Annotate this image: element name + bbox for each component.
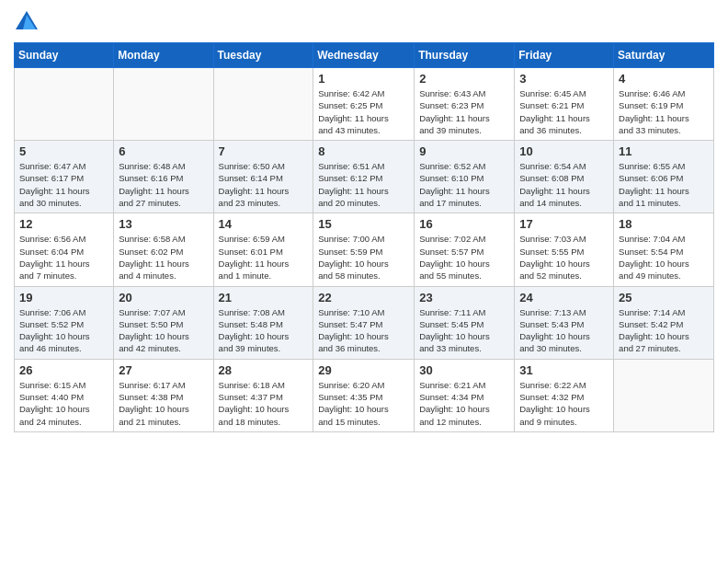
day-info: Sunrise: 6:17 AM Sunset: 4:38 PM Dayligh… — [119, 379, 208, 428]
calendar-cell: 27Sunrise: 6:17 AM Sunset: 4:38 PM Dayli… — [114, 359, 213, 431]
calendar-cell: 6Sunrise: 6:48 AM Sunset: 6:16 PM Daylig… — [114, 141, 213, 213]
day-number: 23 — [419, 291, 509, 304]
calendar-cell: 10Sunrise: 6:54 AM Sunset: 6:08 PM Dayli… — [515, 141, 614, 213]
calendar-cell: 22Sunrise: 7:10 AM Sunset: 5:47 PM Dayli… — [313, 286, 415, 359]
calendar-header-row: SundayMondayTuesdayWednesdayThursdayFrid… — [15, 43, 714, 68]
logo — [14, 9, 43, 35]
calendar-cell — [114, 68, 213, 141]
day-number: 24 — [519, 291, 609, 304]
day-info: Sunrise: 6:15 AM Sunset: 4:40 PM Dayligh… — [19, 379, 108, 428]
day-number: 22 — [318, 291, 409, 304]
calendar-cell: 8Sunrise: 6:51 AM Sunset: 6:12 PM Daylig… — [313, 141, 415, 213]
day-info: Sunrise: 7:03 AM Sunset: 5:55 PM Dayligh… — [519, 233, 609, 282]
day-info: Sunrise: 6:42 AM Sunset: 6:25 PM Dayligh… — [318, 87, 409, 136]
day-number: 18 — [619, 217, 709, 231]
day-number: 4 — [619, 72, 709, 86]
calendar-cell — [15, 68, 114, 141]
calendar-cell: 31Sunrise: 6:22 AM Sunset: 4:32 PM Dayli… — [515, 359, 614, 431]
calendar-cell: 12Sunrise: 6:56 AM Sunset: 6:04 PM Dayli… — [15, 213, 114, 286]
day-number: 8 — [318, 144, 409, 158]
calendar-cell: 18Sunrise: 7:04 AM Sunset: 5:54 PM Dayli… — [614, 213, 714, 286]
calendar-cell: 17Sunrise: 7:03 AM Sunset: 5:55 PM Dayli… — [515, 213, 614, 286]
calendar-header-friday: Friday — [515, 43, 614, 68]
day-number: 19 — [19, 291, 108, 304]
day-info: Sunrise: 6:45 AM Sunset: 6:21 PM Dayligh… — [519, 87, 609, 136]
calendar-cell: 3Sunrise: 6:45 AM Sunset: 6:21 PM Daylig… — [515, 68, 614, 141]
calendar-header-sunday: Sunday — [15, 43, 114, 68]
calendar-cell — [614, 359, 714, 431]
calendar-cell: 1Sunrise: 6:42 AM Sunset: 6:25 PM Daylig… — [313, 68, 415, 141]
calendar-cell: 9Sunrise: 6:52 AM Sunset: 6:10 PM Daylig… — [415, 141, 515, 213]
calendar-cell: 14Sunrise: 6:59 AM Sunset: 6:01 PM Dayli… — [213, 213, 313, 286]
day-info: Sunrise: 7:08 AM Sunset: 5:48 PM Dayligh… — [219, 306, 309, 355]
calendar-cell: 21Sunrise: 7:08 AM Sunset: 5:48 PM Dayli… — [213, 286, 313, 359]
calendar-cell: 24Sunrise: 7:13 AM Sunset: 5:43 PM Dayli… — [515, 286, 614, 359]
calendar-header-thursday: Thursday — [415, 43, 515, 68]
day-number: 29 — [318, 363, 409, 377]
calendar-cell: 13Sunrise: 6:58 AM Sunset: 6:02 PM Dayli… — [114, 213, 213, 286]
calendar-cell: 7Sunrise: 6:50 AM Sunset: 6:14 PM Daylig… — [213, 141, 313, 213]
day-info: Sunrise: 7:06 AM Sunset: 5:52 PM Dayligh… — [19, 306, 108, 355]
day-number: 7 — [219, 144, 309, 158]
day-info: Sunrise: 6:22 AM Sunset: 4:32 PM Dayligh… — [519, 379, 609, 428]
day-number: 21 — [219, 291, 309, 304]
calendar-week-row: 19Sunrise: 7:06 AM Sunset: 5:52 PM Dayli… — [15, 286, 714, 359]
calendar-cell: 5Sunrise: 6:47 AM Sunset: 6:17 PM Daylig… — [15, 141, 114, 213]
day-info: Sunrise: 6:43 AM Sunset: 6:23 PM Dayligh… — [419, 87, 509, 136]
day-info: Sunrise: 6:48 AM Sunset: 6:16 PM Dayligh… — [119, 160, 208, 209]
calendar-week-row: 12Sunrise: 6:56 AM Sunset: 6:04 PM Dayli… — [15, 213, 714, 286]
calendar-cell: 2Sunrise: 6:43 AM Sunset: 6:23 PM Daylig… — [415, 68, 515, 141]
calendar-cell: 11Sunrise: 6:55 AM Sunset: 6:06 PM Dayli… — [614, 141, 714, 213]
day-info: Sunrise: 6:18 AM Sunset: 4:37 PM Dayligh… — [219, 379, 309, 428]
day-number: 16 — [419, 217, 509, 231]
day-info: Sunrise: 7:04 AM Sunset: 5:54 PM Dayligh… — [619, 233, 709, 282]
calendar-cell: 23Sunrise: 7:11 AM Sunset: 5:45 PM Dayli… — [415, 286, 515, 359]
calendar-header-tuesday: Tuesday — [213, 43, 313, 68]
calendar-week-row: 26Sunrise: 6:15 AM Sunset: 4:40 PM Dayli… — [15, 359, 714, 431]
day-number: 14 — [219, 217, 309, 231]
day-number: 6 — [119, 144, 208, 158]
calendar-cell: 28Sunrise: 6:18 AM Sunset: 4:37 PM Dayli… — [213, 359, 313, 431]
day-info: Sunrise: 6:58 AM Sunset: 6:02 PM Dayligh… — [119, 233, 208, 282]
day-info: Sunrise: 7:11 AM Sunset: 5:45 PM Dayligh… — [419, 306, 509, 355]
calendar-cell: 25Sunrise: 7:14 AM Sunset: 5:42 PM Dayli… — [614, 286, 714, 359]
calendar-cell: 20Sunrise: 7:07 AM Sunset: 5:50 PM Dayli… — [114, 286, 213, 359]
day-info: Sunrise: 7:07 AM Sunset: 5:50 PM Dayligh… — [119, 306, 208, 355]
day-number: 2 — [419, 72, 509, 86]
day-number: 3 — [519, 72, 609, 86]
day-number: 26 — [19, 363, 108, 377]
header — [14, 9, 714, 35]
day-info: Sunrise: 7:02 AM Sunset: 5:57 PM Dayligh… — [419, 233, 509, 282]
day-number: 31 — [519, 363, 609, 377]
day-info: Sunrise: 6:51 AM Sunset: 6:12 PM Dayligh… — [318, 160, 409, 209]
day-info: Sunrise: 6:54 AM Sunset: 6:08 PM Dayligh… — [519, 160, 609, 209]
logo-icon — [14, 9, 40, 35]
day-info: Sunrise: 7:00 AM Sunset: 5:59 PM Dayligh… — [318, 233, 409, 282]
day-info: Sunrise: 7:13 AM Sunset: 5:43 PM Dayligh… — [519, 306, 609, 355]
day-info: Sunrise: 6:47 AM Sunset: 6:17 PM Dayligh… — [19, 160, 108, 209]
day-number: 12 — [19, 217, 108, 231]
day-info: Sunrise: 6:56 AM Sunset: 6:04 PM Dayligh… — [19, 233, 108, 282]
day-info: Sunrise: 6:21 AM Sunset: 4:34 PM Dayligh… — [419, 379, 509, 428]
calendar-header-monday: Monday — [114, 43, 213, 68]
day-number: 1 — [318, 72, 409, 86]
day-number: 11 — [619, 144, 709, 158]
day-info: Sunrise: 6:20 AM Sunset: 4:35 PM Dayligh… — [318, 379, 409, 428]
calendar-cell: 29Sunrise: 6:20 AM Sunset: 4:35 PM Dayli… — [313, 359, 415, 431]
day-info: Sunrise: 7:14 AM Sunset: 5:42 PM Dayligh… — [619, 306, 709, 355]
day-info: Sunrise: 6:50 AM Sunset: 6:14 PM Dayligh… — [219, 160, 309, 209]
calendar-cell: 26Sunrise: 6:15 AM Sunset: 4:40 PM Dayli… — [15, 359, 114, 431]
day-number: 5 — [19, 144, 108, 158]
day-number: 15 — [318, 217, 409, 231]
day-number: 9 — [419, 144, 509, 158]
calendar-week-row: 1Sunrise: 6:42 AM Sunset: 6:25 PM Daylig… — [15, 68, 714, 141]
calendar-week-row: 5Sunrise: 6:47 AM Sunset: 6:17 PM Daylig… — [15, 141, 714, 213]
page-container: SundayMondayTuesdayWednesdayThursdayFrid… — [0, 0, 728, 446]
calendar-cell — [213, 68, 313, 141]
calendar-table: SundayMondayTuesdayWednesdayThursdayFrid… — [14, 42, 714, 432]
calendar-cell: 30Sunrise: 6:21 AM Sunset: 4:34 PM Dayli… — [415, 359, 515, 431]
day-info: Sunrise: 6:52 AM Sunset: 6:10 PM Dayligh… — [419, 160, 509, 209]
day-info: Sunrise: 6:59 AM Sunset: 6:01 PM Dayligh… — [219, 233, 309, 282]
day-number: 17 — [519, 217, 609, 231]
day-number: 30 — [419, 363, 509, 377]
